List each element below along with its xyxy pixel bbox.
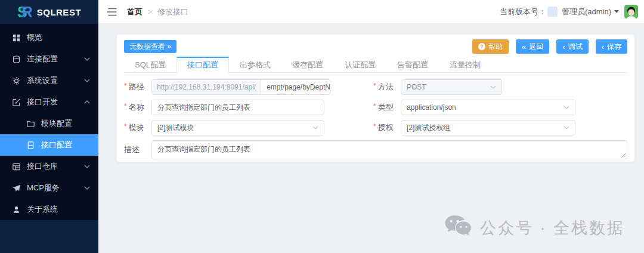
- send-icon: [12, 183, 21, 193]
- module-label: *模块: [124, 122, 151, 133]
- sidebar-item-label: 接口仓库: [27, 161, 58, 172]
- chevron-down-icon: [84, 57, 90, 61]
- edit-icon: [12, 97, 21, 107]
- chevron-left-icon: ‹: [602, 43, 604, 51]
- sidebar-item-system-settings[interactable]: 系统设置: [0, 70, 98, 91]
- grid-icon: [12, 33, 21, 42]
- auth-select[interactable]: [2]测试授权组: [401, 120, 575, 135]
- method-label: *方法: [373, 82, 401, 92]
- path-input-group: http://192.168.31.194:8091/api/ empt/pag…: [151, 79, 330, 95]
- metadata-view-button[interactable]: 元数据查看 »: [124, 40, 177, 53]
- back-button[interactable]: « 返回: [516, 39, 549, 54]
- chevron-left-icon: ‹: [562, 43, 565, 51]
- sidebar-footer: [0, 220, 98, 253]
- path-label: *路径: [124, 82, 151, 92]
- tab-auth-config[interactable]: 认证配置: [334, 57, 386, 73]
- description-textarea[interactable]: 分页查询指定部门的员工列表: [151, 140, 627, 159]
- chevron-down-icon: [490, 85, 496, 89]
- tab-cache-config[interactable]: 缓存配置: [281, 57, 334, 73]
- tab-traffic-control[interactable]: 流量控制: [439, 57, 491, 73]
- required-asterisk: *: [124, 122, 127, 133]
- sidebar-item-label: 模块配置: [41, 118, 72, 129]
- sidebar-item-mcp-service[interactable]: MCP服务: [0, 177, 98, 199]
- sidebar-item-overview[interactable]: 概览: [0, 27, 98, 48]
- sidebar-item-api-development[interactable]: 接口开发: [0, 91, 98, 113]
- sidebar-item-about[interactable]: 关于系统: [0, 199, 98, 220]
- tab-sql-config[interactable]: SQL配置: [124, 57, 177, 73]
- sidebar-item-module-config[interactable]: 模块配置: [0, 113, 98, 134]
- name-label: *名称: [124, 102, 151, 113]
- file-icon: [26, 140, 35, 150]
- tab-output-format[interactable]: 出参格式: [229, 57, 281, 73]
- folder-icon: [26, 119, 35, 128]
- topbar: 首页 > 修改接口 当前版本号： 管理员(admin): [98, 0, 644, 24]
- name-input[interactable]: 分页查询指定部门的员工列表: [151, 100, 324, 115]
- sidebar-item-label: 接口配置: [41, 140, 72, 150]
- watermark: 公众号 · 全栈数据: [444, 214, 625, 241]
- type-label: *类型: [373, 102, 401, 113]
- hamburger-icon[interactable]: [107, 8, 117, 16]
- app-title: SQLREST: [37, 7, 81, 17]
- breadcrumb-separator: >: [148, 8, 152, 16]
- help-button[interactable]: ? 帮助: [472, 39, 509, 54]
- debug-button[interactable]: ‹ 调试: [556, 39, 588, 54]
- app-window: SR SQLREST 概览 连接配置 系统设置: [0, 0, 644, 253]
- caret-down-icon[interactable]: [614, 10, 619, 13]
- chevron-down-icon: [84, 165, 90, 168]
- chevron-down-icon: [84, 79, 90, 82]
- chevron-down-icon: [564, 126, 569, 129]
- description-label: 描述: [124, 144, 151, 155]
- required-asterisk: *: [124, 102, 127, 113]
- warehouse-icon: [12, 162, 21, 171]
- auth-label: *授权: [373, 122, 401, 133]
- logo-mark: SR: [17, 5, 33, 20]
- sidebar-item-label: 系统设置: [27, 75, 58, 86]
- sidebar-item-api-config[interactable]: 接口配置: [0, 134, 98, 156]
- main-area: 首页 > 修改接口 当前版本号： 管理员(admin) 元数据查看 » ?: [98, 0, 644, 253]
- method-select[interactable]: POST: [401, 79, 502, 95]
- sidebar-item-label: 概览: [27, 32, 42, 43]
- required-asterisk: *: [373, 122, 376, 133]
- sidebar-menu: 概览 连接配置 系统设置 接口开发: [0, 24, 98, 220]
- chevron-down-icon: [312, 126, 318, 129]
- path-base-input: http://192.168.31.194:8091/api/: [152, 80, 261, 94]
- chevron-down-icon: [84, 186, 90, 190]
- tab-api-config[interactable]: 接口配置: [177, 57, 229, 73]
- config-tabs: SQL配置 接口配置 出参格式 缓存配置 认证配置 告警配置 流量控制: [124, 57, 627, 73]
- app-logo: SR SQLREST: [0, 0, 98, 24]
- sidebar-item-api-warehouse[interactable]: 接口仓库: [0, 156, 98, 177]
- type-select[interactable]: application/json: [401, 100, 575, 115]
- api-config-card: 元数据查看 » ? 帮助 « 返回 ‹ 调试 ‹ 保存: [116, 34, 635, 162]
- required-asterisk: *: [124, 82, 127, 92]
- resize-handle[interactable]: [621, 153, 626, 158]
- sidebar-item-label: 接口开发: [27, 97, 58, 107]
- card-toolbar: 元数据查看 » ? 帮助 « 返回 ‹ 调试 ‹ 保存: [124, 39, 627, 54]
- sidebar-item-connections[interactable]: 连接配置: [0, 48, 98, 70]
- breadcrumb-home[interactable]: 首页: [127, 7, 143, 17]
- sidebar-item-label: MCP服务: [27, 183, 60, 193]
- path-input[interactable]: empt/page/byDeptNo: [261, 80, 330, 94]
- question-circle-icon: ?: [478, 43, 485, 50]
- api-config-form: *路径 http://192.168.31.194:8091/api/ empt…: [124, 73, 627, 159]
- breadcrumb-current: 修改接口: [157, 7, 188, 17]
- topbar-right: 当前版本号： 管理员(admin): [500, 5, 638, 18]
- chevron-up-icon: [84, 100, 90, 104]
- required-asterisk: *: [373, 102, 376, 113]
- sidebar-item-label: 连接配置: [27, 54, 58, 64]
- wechat-icon: [444, 214, 472, 241]
- sidebar-item-label: 关于系统: [27, 204, 58, 215]
- sidebar: SR SQLREST 概览 连接配置 系统设置: [0, 0, 98, 253]
- user-icon: [12, 205, 21, 214]
- database-icon: [12, 54, 21, 64]
- tab-alert-config[interactable]: 告警配置: [386, 57, 439, 73]
- double-chevron-left-icon: «: [522, 43, 526, 51]
- version-label: 当前版本号：: [500, 7, 546, 17]
- avatar[interactable]: [624, 5, 638, 18]
- version-badge: [547, 7, 558, 17]
- required-asterisk: *: [373, 82, 376, 92]
- content-area: 元数据查看 » ? 帮助 « 返回 ‹ 调试 ‹ 保存: [98, 24, 644, 253]
- module-select[interactable]: [2]测试模块: [151, 120, 324, 135]
- user-menu[interactable]: 管理员(admin): [562, 7, 611, 17]
- gear-icon: [12, 76, 21, 85]
- save-button[interactable]: ‹ 保存: [596, 39, 627, 54]
